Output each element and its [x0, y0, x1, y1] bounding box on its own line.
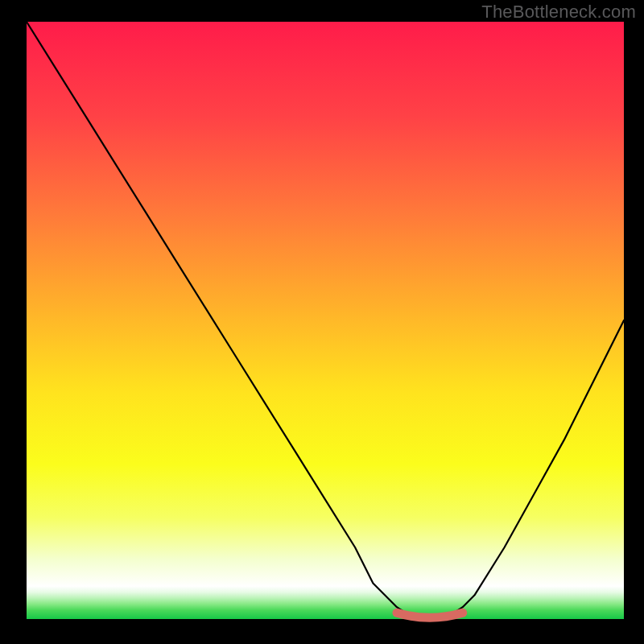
bottleneck-chart	[0, 0, 644, 644]
plot-background	[27, 22, 624, 619]
watermark-text: TheBottleneck.com	[481, 2, 636, 23]
accent-trough	[397, 613, 463, 617]
